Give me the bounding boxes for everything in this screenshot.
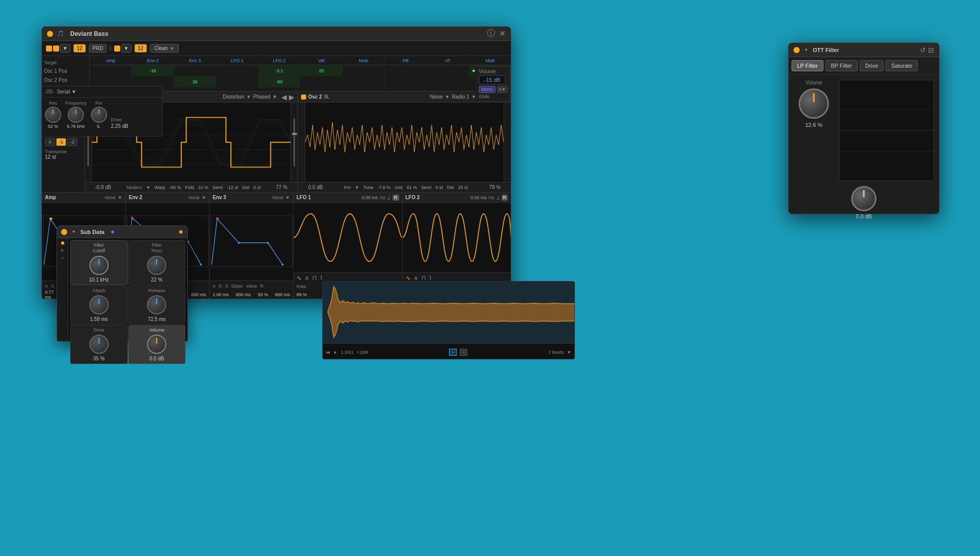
play-btn[interactable]: ⏮ [326, 350, 330, 355]
stop-btn[interactable]: ⏵ [333, 350, 338, 355]
cell-osc2-pb[interactable] [385, 76, 427, 87]
ott-btn-lp[interactable]: LP Filter [792, 60, 823, 71]
mono-btn[interactable]: Mono [479, 86, 496, 93]
ott-close-icon[interactable]: ⊟ [928, 46, 934, 54]
lfo2-saw-btn[interactable]: ⌇ [429, 274, 432, 282]
cell-osc1-pb[interactable] [385, 65, 427, 76]
lfo2-R-btn[interactable]: R [502, 195, 508, 201]
titlebar-traffic-yellow[interactable] [47, 31, 53, 37]
release-knob[interactable] [147, 295, 166, 314]
osc2-led[interactable] [301, 95, 306, 100]
lfo1-R-btn[interactable]: R [393, 195, 399, 201]
lfo1-tri-btn[interactable]: ∧ [305, 274, 309, 282]
cell-osc1-env3[interactable] [174, 65, 216, 76]
icon-list[interactable]: ≡ [61, 248, 64, 253]
osc1-prev-icon[interactable]: ◀ [281, 93, 287, 101]
attack-knob[interactable] [89, 295, 109, 314]
cell-osc1-at[interactable] [427, 65, 469, 76]
waveform-btn2[interactable]: ~ [460, 349, 467, 356]
oct-btn-0[interactable]: 0 [45, 138, 55, 146]
osc1-level-slider[interactable] [290, 103, 298, 182]
param-release[interactable]: Release 72.5 ms [128, 286, 186, 325]
osc1-mode[interactable]: Modern [126, 185, 142, 190]
osc1-wave-type[interactable]: Phased [253, 94, 270, 100]
cell-osc1-env2[interactable]: -16 [132, 65, 174, 76]
lfo2-tri-btn[interactable]: ∧ [414, 274, 418, 282]
waveform-btn[interactable]: ~ [449, 349, 457, 356]
toolbar-led-2[interactable] [53, 45, 59, 52]
oct-btn-m2[interactable]: -2 [67, 138, 77, 146]
cell-osc2-at[interactable] [427, 76, 469, 87]
lfo1-sq-btn[interactable]: ⊓ [312, 274, 317, 282]
icon-power[interactable]: ⏺ [60, 240, 65, 246]
beats-dropdown[interactable]: ▼ [567, 350, 571, 355]
param-attack[interactable]: Attack 1.59 ms [70, 286, 128, 325]
cell-osc2-lfo2[interactable]: -50 [259, 76, 301, 87]
cell-osc1-lfo2[interactable]: -3.1 [259, 65, 301, 76]
lfo2-sq-btn[interactable]: ⊓ [421, 274, 426, 282]
osc1-wave-arrow[interactable]: ▼ [272, 94, 277, 100]
cell-osc1-lfo1[interactable] [216, 65, 258, 76]
fre2-knob[interactable] [91, 107, 107, 123]
drive-knob[interactable] [89, 335, 109, 354]
frequency-knob[interactable] [68, 107, 84, 123]
osc2-level-slider[interactable] [504, 103, 511, 182]
toolbar-dropdown-1[interactable]: ▼ [60, 44, 70, 53]
ott-btn-bp[interactable]: BP Filter [825, 60, 858, 71]
cell-osc2-vel[interactable] [301, 76, 342, 87]
window-info-icon[interactable]: ⓘ [487, 28, 495, 39]
toolbar-num-12-1[interactable]: 12 [73, 44, 86, 53]
oct-btn-m1[interactable]: -1 [56, 138, 66, 146]
voice-count-btn[interactable]: 8▼ [497, 86, 508, 93]
toolbar-dropdown-2[interactable]: ▼ [121, 44, 131, 53]
icon-circle[interactable]: ○ [61, 255, 64, 261]
toolbar-clean-dropdown[interactable]: Clean ▼ [150, 44, 179, 53]
param-filter-cutoff[interactable]: FilterCutoff 10.1 kHz [70, 240, 128, 285]
env2-mod-arrow[interactable]: ▼ [202, 195, 206, 200]
ott-output-knob[interactable] [851, 186, 876, 211]
lfo1-saw-btn[interactable]: ⌇ [320, 274, 323, 282]
toolbar-led-3[interactable] [114, 45, 120, 52]
volume-knob[interactable] [147, 335, 166, 354]
toolbar-led-1[interactable] [46, 45, 52, 52]
ott-traffic-yellow[interactable] [794, 47, 800, 53]
serial-dropdown[interactable]: Serial ▼ [57, 89, 76, 95]
sub-data-power-icon[interactable]: ⏺ [178, 229, 183, 235]
lfo1-sync-icon[interactable]: ♩ [387, 194, 390, 201]
cell-osc1-vel[interactable]: 20 [301, 65, 342, 76]
osc1-dist-arrow[interactable]: ▼ [246, 94, 251, 100]
env3-mod-arrow[interactable]: ▼ [285, 195, 290, 200]
volume-value[interactable]: -15 dB [479, 75, 506, 84]
toolbar-num-12-2[interactable]: 12 [134, 44, 147, 53]
filter-reso-knob[interactable] [147, 256, 166, 275]
osc2-fm-arrow[interactable]: ▼ [355, 185, 359, 190]
amp-env-mod-arrow[interactable]: ▼ [118, 195, 122, 200]
env2-mod[interactable]: None [189, 195, 200, 200]
toolbar-prd[interactable]: PRD [89, 44, 107, 53]
osc1-next-icon[interactable]: ▶ [289, 93, 295, 101]
ott-btn-saturate[interactable]: Saturate [886, 60, 918, 71]
osc1-level-thumb[interactable] [292, 133, 297, 135]
filter-cutoff-knob[interactable] [89, 256, 109, 275]
window-close-icon[interactable]: ✕ [499, 29, 506, 38]
cell-osc2-env3[interactable]: 36 [174, 76, 216, 87]
cell-osc2-note[interactable] [342, 76, 384, 87]
ott-refresh-icon[interactable]: ↺ [920, 46, 926, 54]
osc1-mode-arrow[interactable]: ▼ [146, 185, 151, 190]
param-drive[interactable]: Drive 35 % [70, 325, 128, 364]
sub-data-traffic-yellow[interactable] [61, 229, 67, 235]
osc2-fm[interactable]: Fm [344, 185, 351, 190]
lfo2-sync-icon[interactable]: ♩ [497, 194, 500, 201]
env3-mod[interactable]: None [273, 195, 284, 200]
ott-btn-drive[interactable]: Drive [860, 60, 884, 71]
ott-volume-knob[interactable] [799, 88, 829, 119]
param-filter-reso[interactable]: FilterReso 22 % [128, 240, 186, 285]
osc2-gain-slider[interactable] [298, 103, 305, 182]
osc2-noise-type[interactable]: Noise [430, 94, 443, 100]
res-knob[interactable] [45, 107, 61, 123]
cell-osc2-lfo1[interactable] [216, 76, 258, 87]
lfo1-sine-btn[interactable]: ∿ [297, 274, 302, 282]
cell-osc1-note[interactable] [342, 65, 384, 76]
param-volume[interactable]: Volume 0.0 dB [128, 325, 186, 364]
amp-env-mod[interactable]: None [105, 195, 116, 200]
